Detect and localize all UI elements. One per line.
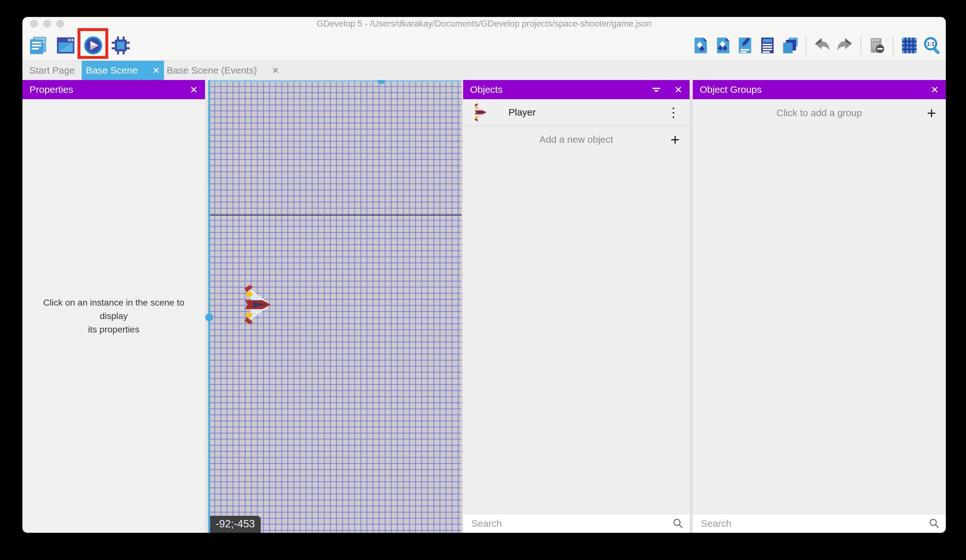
layers-icon[interactable] <box>781 36 799 54</box>
tab-label: Start Page <box>30 65 75 76</box>
play-icon[interactable] <box>83 36 103 56</box>
add-new-object-row[interactable]: Add a new object + <box>463 126 690 152</box>
panel-title: Properties <box>30 84 73 95</box>
redo-icon[interactable] <box>836 36 854 54</box>
title-bar: GDevelop 5 - /Users/dkarakay/Documents/G… <box>22 17 946 30</box>
desktop-background: { "window": { "title": "GDevelop 5 - /Us… <box>0 0 966 560</box>
objects-panel-header: Objects ✕ <box>463 80 690 99</box>
tab-label: Base Scene (Events) <box>166 65 257 76</box>
scene-origin-axis-line <box>208 215 462 216</box>
properties-panel-icon[interactable] <box>736 36 754 54</box>
scene-canvas[interactable]: -92;-453 <box>208 80 462 533</box>
properties-empty-message: Click on an instance in the scene to dis… <box>30 296 197 336</box>
close-icon[interactable]: ✕ <box>674 84 682 95</box>
mask-icon[interactable] <box>868 36 886 54</box>
vertical-scrollbar <box>208 80 210 533</box>
zoom-1-1-icon[interactable]: 1:1 <box>923 36 941 54</box>
object-groups-search-bar <box>693 514 946 533</box>
close-icon[interactable]: ✕ <box>931 84 939 95</box>
app-window: GDevelop 5 - /Users/dkarakay/Documents/G… <box>22 17 946 533</box>
add-group-row[interactable]: Click to add a group + <box>693 99 946 126</box>
search-icon <box>672 518 684 529</box>
add-group-label: Click to add a group <box>776 108 862 118</box>
tab-start-page[interactable]: Start Page <box>22 61 82 80</box>
filter-icon[interactable] <box>651 84 662 95</box>
search-icon <box>928 518 940 529</box>
panel-divider <box>690 80 693 533</box>
properties-empty-state: Click on an instance in the scene to dis… <box>22 99 205 533</box>
toolbar-separator <box>805 36 807 55</box>
horizontal-scrollbar <box>208 80 462 82</box>
objects-panel: Objects ✕ Player ⋮ <box>463 80 690 533</box>
scene-editor: -92;-453 <box>208 80 462 533</box>
grid-icon[interactable] <box>900 36 918 54</box>
properties-panel-header: Properties ✕ <box>22 80 205 99</box>
tab-label: Base Scene <box>86 65 138 76</box>
window-title: GDevelop 5 - /Users/dkarakay/Documents/G… <box>22 19 946 29</box>
instances-list-icon[interactable] <box>759 36 776 54</box>
object-groups-editor-icon[interactable] <box>714 36 731 54</box>
toolbar-right-group: 1:1 <box>691 36 946 55</box>
close-icon[interactable]: ✕ <box>190 84 198 95</box>
project-manager-icon[interactable] <box>28 36 48 56</box>
objects-search-bar <box>463 514 690 533</box>
toolbar-left-group <box>22 36 131 56</box>
plus-icon[interactable]: + <box>670 131 680 147</box>
object-groups-empty-space <box>693 126 946 514</box>
objects-editor-icon[interactable] <box>691 36 709 54</box>
editor-content: Properties ✕ Click on an instance in the… <box>22 80 946 533</box>
zoom-ratio-label: 1:1 <box>927 41 934 47</box>
plus-icon[interactable]: + <box>927 105 936 121</box>
toolbar-separator <box>893 36 894 55</box>
toolbar-separator <box>860 36 861 55</box>
object-list-item-player[interactable]: Player ⋮ <box>463 99 690 126</box>
main-toolbar: 1:1 <box>22 30 946 60</box>
tab-base-scene[interactable]: Base Scene ✕ <box>82 61 164 80</box>
object-groups-search-input[interactable] <box>693 518 946 529</box>
panel-title: Object Groups <box>700 84 762 95</box>
player-instance-sprite[interactable] <box>244 284 271 325</box>
tab-base-scene-events[interactable]: Base Scene (Events) ✕ <box>164 61 282 80</box>
debug-icon[interactable] <box>111 36 131 56</box>
object-groups-panel: Object Groups ✕ Click to add a group + <box>693 80 946 533</box>
vertical-scrollbar-thumb[interactable] <box>205 314 213 321</box>
objects-search-input[interactable] <box>463 518 690 529</box>
cursor-coordinates-badge: -92;-453 <box>210 516 261 533</box>
object-name: Player <box>509 107 536 118</box>
scene-window-icon[interactable] <box>56 36 76 56</box>
kebab-menu-icon[interactable]: ⋮ <box>667 106 680 119</box>
undo-icon[interactable] <box>813 36 831 54</box>
object-groups-panel-header: Object Groups ✕ <box>693 80 946 99</box>
objects-panel-empty-space <box>463 152 690 514</box>
properties-panel: Properties ✕ Click on an instance in the… <box>22 80 205 533</box>
tab-close-icon[interactable]: ✕ <box>272 65 279 76</box>
add-new-object-label: Add a new object <box>539 134 613 145</box>
tab-close-icon[interactable]: ✕ <box>153 65 160 76</box>
panel-title: Objects <box>470 84 503 95</box>
panel-divider <box>205 80 208 533</box>
tab-bar: Start Page Base Scene ✕ Base Scene (Even… <box>22 60 946 80</box>
object-thumbnail <box>474 103 487 121</box>
